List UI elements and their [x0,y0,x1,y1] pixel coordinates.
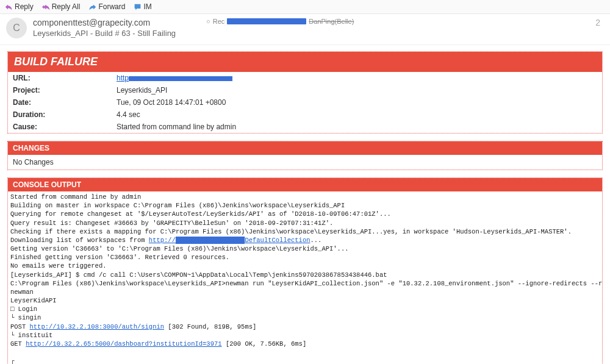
reply-all-icon [42,3,50,11]
table-row: Date: Tue, 09 Oct 2018 14:47:01 +0800 [8,96,602,109]
table-row: URL: http [8,72,602,84]
console-section: CONSOLE OUTPUT Started from command line… [7,177,603,364]
email-toolbar: Reply Reply All Forward IM [0,0,610,14]
duration-label: Duration: [8,109,112,121]
changes-section: CHANGES No Changes [7,141,603,170]
cause-label: Cause: [8,121,112,133]
from-address: componenttest@grapecity.com [33,18,176,27]
build-url-link[interactable]: http [117,74,232,82]
build-failure-title: BUILD FAILURE [8,52,602,72]
cause-value: Started from command line by admin [112,121,602,133]
project-value: Leyserkids_API [112,84,602,96]
console-output: Started from command line by admin Build… [8,191,602,364]
console-title: CONSOLE OUTPUT [8,178,602,191]
reply-all-button[interactable]: Reply All [42,2,81,11]
forward-icon [88,3,96,11]
signin-link[interactable]: http://10.32.2.108:3000/auth/signin [30,323,165,330]
forward-label: Forward [98,2,125,11]
reply-all-label: Reply All [52,2,81,11]
im-icon [134,3,142,11]
workspace-link[interactable]: http://██████████████████DefaultCollecti… [149,237,310,244]
recipient-suffix: DanPing(Belle) [309,18,354,25]
table-row: Cause: Started from command line by admi… [8,121,602,133]
project-label: Project: [8,84,112,96]
header-info: componenttest@grapecity.com Leyserkids_A… [33,18,176,38]
date-label: Date: [8,96,112,109]
reply-icon [5,3,13,11]
email-header: C componenttest@grapecity.com Leyserkids… [0,14,610,45]
reply-button[interactable]: Reply [5,2,34,11]
forward-button[interactable]: Forward [88,2,125,11]
table-row: Project: Leyserkids_API [8,84,602,96]
im-label: IM [143,2,151,11]
dashboard-link[interactable]: http://10.32.2.65:5000/dashboard?institu… [26,340,221,348]
duration-value: 4.4 sec [112,109,602,121]
email-subject: Leyserkids_API - Build # 63 - Still Fail… [33,29,176,38]
page-count: 2 [595,18,604,27]
changes-title: CHANGES [8,141,602,155]
changes-body: No Changes [8,155,602,170]
build-failure-section: BUILD FAILURE URL: http Project: Leyserk… [7,51,603,134]
build-info-table: URL: http Project: Leyserkids_API Date: … [8,72,602,133]
im-button[interactable]: IM [134,2,151,11]
reply-label: Reply [15,2,34,11]
recipient-redacted [227,18,306,24]
table-row: Duration: 4.4 sec [8,109,602,121]
url-label: URL: [8,72,112,84]
avatar: C [6,18,27,38]
recipients: ○ Rec DanPing(Belle) [206,18,354,25]
date-value: Tue, 09 Oct 2018 14:47:01 +0800 [112,96,602,109]
